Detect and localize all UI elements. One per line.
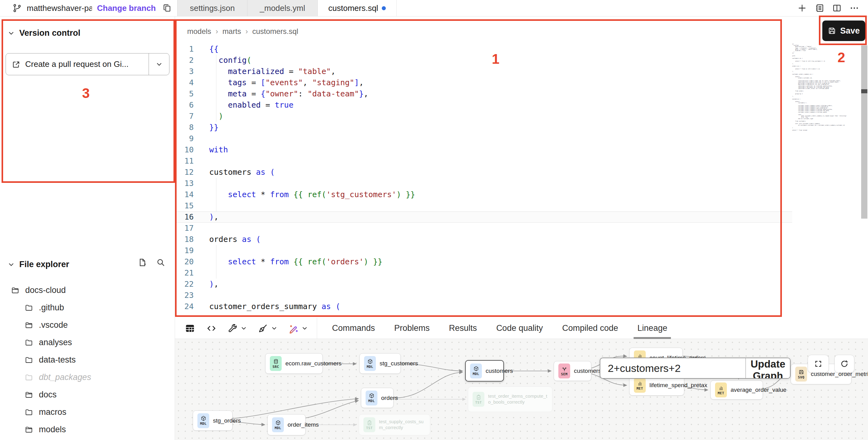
panel-tab-code-quality[interactable]: Code quality — [496, 318, 543, 339]
code-line-12[interactable]: 12customers as ( — [175, 167, 792, 178]
lineage-node-test-order-items-compute-to-bools-correctly[interactable]: TSTtest_order_items_compute_to_bools_cor… — [468, 386, 553, 412]
panel-tab-compiled-code[interactable]: Compiled code — [562, 318, 618, 339]
file-tree-label: macros — [39, 407, 66, 417]
badge-type-label: TST — [475, 401, 482, 405]
fullscreen-button[interactable] — [808, 355, 829, 373]
change-branch-link[interactable]: Change branch — [97, 3, 156, 13]
copy-icon[interactable] — [163, 3, 172, 13]
lineage-node-customers-semantic[interactable]: SEMcustomers — [554, 361, 591, 381]
code-line-24[interactable]: 24customer_orders_summary as ( — [175, 301, 792, 312]
code-line-text: ), — [200, 212, 219, 222]
lineage-node-stg-orders[interactable]: MDLstg_orders — [193, 410, 232, 431]
breadcrumb: models › marts › customers.sql — [187, 27, 298, 36]
code-line-1[interactable]: 1{{ — [175, 43, 792, 55]
lineage-search-input[interactable] — [600, 358, 745, 378]
save-button[interactable]: Save — [822, 21, 865, 41]
format-tool-group[interactable] — [258, 323, 278, 334]
code-line-text — [200, 290, 209, 301]
minimap[interactable]: {{ config( materialized = "table", tags … — [792, 43, 859, 131]
folder-icon — [25, 356, 33, 364]
code-line-7[interactable]: 7 ) — [175, 111, 792, 122]
file-tree-item-.vscode[interactable]: .vscode — [0, 316, 175, 334]
lineage-node-customers-model[interactable]: MDLcustomers — [465, 360, 504, 381]
split-editor-icon[interactable] — [832, 3, 842, 13]
ai-fix-tool-group[interactable] — [288, 323, 308, 334]
folder-open-icon — [25, 390, 33, 399]
code-line-21[interactable]: 21 — [175, 268, 792, 279]
code-line-13[interactable]: 13 — [175, 178, 792, 189]
code-line-9[interactable]: 9 — [175, 133, 792, 144]
code-line-17[interactable]: 17 — [175, 223, 792, 234]
code-content[interactable]: 1{{2 config(3 materialized = "table",4 t… — [175, 43, 792, 318]
badge-type-label: MET — [637, 386, 643, 390]
lineage-node-stg-customers[interactable]: MDLstg_customers — [360, 353, 401, 374]
file-tree-item-dbt_packages[interactable]: dbt_packages — [0, 369, 175, 386]
line-number: 16 — [175, 212, 200, 222]
file-tree-item-analyses[interactable]: analyses — [0, 334, 175, 351]
tab-customers.sql[interactable]: customers.sql — [318, 0, 397, 16]
code-icon[interactable] — [206, 323, 217, 334]
code-line-text: enabled = true — [200, 99, 293, 111]
lineage-node-test-supply-costs-sum-correctly[interactable]: TSTtest_supply_costs_sum_correctly — [359, 414, 430, 435]
code-line-4[interactable]: 4 tags = ["events", "staging"], — [175, 77, 792, 88]
file-tree-item-models[interactable]: models — [0, 421, 175, 438]
node-label: test_supply_costs_sum_correctly — [379, 419, 426, 431]
code-line-8[interactable]: 8}} — [175, 122, 792, 133]
code-line-19[interactable]: 19 — [175, 245, 792, 256]
code-line-3[interactable]: 3 materialized = "table", — [175, 66, 792, 77]
lineage-canvas[interactable]: SRCecom.raw_customersMDLstg_customersMDL… — [175, 339, 868, 440]
chevron-down-icon — [240, 325, 247, 332]
code-line-15[interactable]: 15 — [175, 200, 792, 212]
folder-open-icon — [25, 426, 33, 434]
lineage-node-average-order-value[interactable]: METaverage_order_value — [710, 380, 763, 400]
lineage-node-orders[interactable]: MDLorders — [361, 388, 394, 408]
panel-tab-lineage[interactable]: Lineage — [637, 318, 667, 339]
code-line-text: with — [200, 144, 228, 155]
build-tool-group[interactable] — [227, 323, 247, 334]
search-icon[interactable] — [156, 258, 165, 267]
line-number: 6 — [175, 99, 200, 111]
plus-icon[interactable] — [797, 3, 807, 13]
code-line-20[interactable]: 20 select * from {{ ref('orders') }} — [175, 256, 792, 268]
top-bar: matthewshaver-patc Change branch setting… — [0, 0, 868, 17]
file-tree-item-docs[interactable]: docs — [0, 386, 175, 403]
update-graph-button[interactable]: Update Graph — [746, 358, 790, 378]
code-line-2[interactable]: 2 config( — [175, 55, 792, 66]
tab-_models.yml[interactable]: _models.yml — [247, 0, 318, 16]
tab-label: customers.sql — [328, 3, 378, 13]
code-line-text: select * from {{ ref('stg_customers') }} — [200, 189, 415, 200]
panel-tab-results[interactable]: Results — [449, 318, 477, 339]
code-line-14[interactable]: 14 select * from {{ ref('stg_customers')… — [175, 189, 792, 200]
line-number: 17 — [175, 223, 200, 234]
code-line-11[interactable]: 11 — [175, 155, 792, 167]
code-line-10[interactable]: 10with — [175, 144, 792, 155]
lineage-node-ecom-raw-customers[interactable]: SRCecom.raw_customers — [265, 353, 323, 374]
new-file-icon[interactable] — [137, 258, 147, 267]
more-options-icon[interactable] — [849, 3, 859, 13]
tab-settings.json[interactable]: settings.json — [177, 0, 247, 16]
code-line-23[interactable]: 23 — [175, 290, 792, 301]
lineage-node-order-items[interactable]: MDLorder_items — [267, 414, 306, 435]
file-tree-item-macros[interactable]: macros — [0, 403, 175, 421]
code-line-18[interactable]: 18orders as ( — [175, 234, 792, 245]
code-line-text: tags = ["events", "staging"], — [200, 77, 364, 88]
panel-tab-commands[interactable]: Commands — [332, 318, 375, 339]
code-line-5[interactable]: 5 meta = {"owner": "data-team"}, — [175, 88, 792, 99]
file-tree-item-data-tests[interactable]: data-tests — [0, 351, 175, 369]
panel-tab-problems[interactable]: Problems — [394, 318, 430, 339]
line-number: 7 — [175, 111, 200, 122]
notebook-icon[interactable] — [814, 3, 825, 13]
editor-scrollbar[interactable] — [861, 45, 867, 219]
file-tree-item-docs-cloud[interactable]: docs-cloud — [0, 281, 175, 299]
refresh-button[interactable] — [834, 355, 854, 373]
code-line-22[interactable]: 22), — [175, 279, 792, 290]
table-icon[interactable] — [184, 323, 195, 334]
git-branch-icon — [12, 3, 22, 13]
version-control-header[interactable]: Version control — [0, 28, 175, 38]
file-tree-item-.github[interactable]: .github — [0, 299, 175, 316]
code-line-6[interactable]: 6 enabled = true — [175, 99, 792, 111]
code-line-16[interactable]: 16), — [175, 212, 792, 223]
scrollbar-thumb[interactable] — [861, 89, 867, 93]
create-pr-button[interactable]: Create a pull request on Gi... — [6, 54, 149, 75]
create-pr-dropdown[interactable] — [149, 54, 169, 75]
